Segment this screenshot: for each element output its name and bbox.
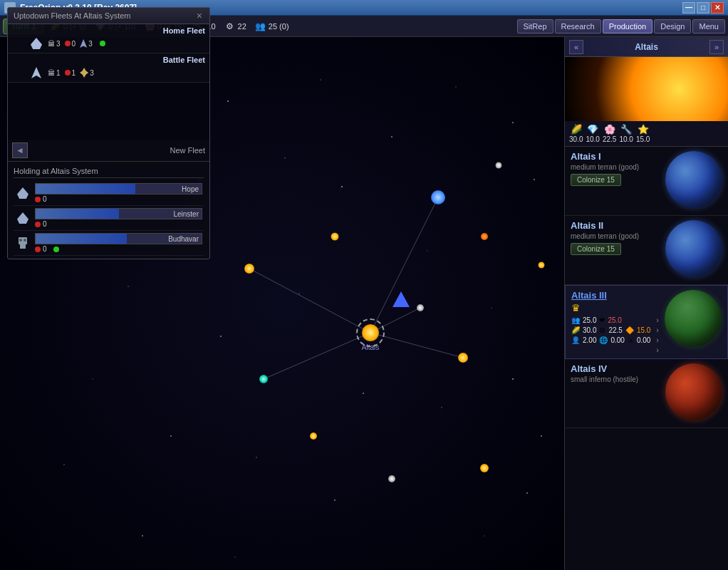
- stat-arrow-3[interactable]: ›: [656, 336, 659, 344]
- svg-point-6: [512, 122, 514, 123]
- battle-fleet-scout-count: 3: [80, 68, 94, 78]
- star-white-2[interactable]: [388, 475, 395, 482]
- stat-arrow-2[interactable]: ›: [656, 326, 659, 334]
- leinster-damage: 0: [43, 220, 47, 228]
- home-scout-num: 3: [88, 40, 93, 48]
- svg-point-12: [128, 286, 129, 287]
- colonize-altais2-button[interactable]: Colonize 15: [571, 243, 621, 255]
- star-white-3[interactable]: [496, 162, 502, 169]
- supply-icon: 🌐: [599, 336, 608, 344]
- svg-point-22: [484, 535, 484, 536]
- planet-altais2-image: [665, 220, 722, 277]
- battle-fleet-damage: 1: [65, 69, 76, 77]
- star-yellow-5[interactable]: [539, 262, 545, 269]
- fleet-arrow: [392, 291, 410, 307]
- design-button[interactable]: Design: [654, 19, 691, 33]
- battle-fleet-ship-icon: [29, 66, 43, 80]
- colonize-altais1-button[interactable]: Colonize 15: [571, 174, 621, 186]
- res-trade: ⭐ 15.0: [636, 124, 650, 143]
- star-blue-1[interactable]: [431, 190, 445, 204]
- svg-point-3: [320, 79, 321, 80]
- star-yellow-2[interactable]: [458, 353, 468, 363]
- star-yellow-1[interactable]: [244, 264, 254, 274]
- hope-red-dot: [35, 197, 41, 202]
- red-dot-home: [65, 41, 71, 46]
- svg-point-15: [363, 393, 364, 394]
- new-fleet-label: New Fleet: [170, 146, 205, 155]
- stat-arrow-1[interactable]: ›: [656, 316, 659, 324]
- trade-stat-icon: 🔶: [625, 326, 634, 334]
- svg-point-10: [341, 186, 343, 187]
- holding-leinster[interactable]: Leinster 0: [14, 206, 204, 231]
- resource-summary: 🌽 30.0 💎 10.0 🌸 22.5 🔧 10.0 ⭐ 15.0: [565, 121, 728, 147]
- leinster-bar-container: Leinster 0: [35, 208, 202, 228]
- res-trade-val: 15.0: [636, 135, 650, 143]
- green-dot-home: [100, 41, 105, 46]
- system-prev-button[interactable]: «: [569, 40, 583, 54]
- new-fleet-row: ◄ New Fleet: [8, 140, 209, 162]
- planet-altais1: Altais I medium terran (good) Colonize 1…: [565, 147, 728, 216]
- colony-icon-small: 🏛: [48, 40, 55, 48]
- menu-button[interactable]: Menu: [692, 19, 725, 33]
- budhavar-bar-container: Budhavar 0: [35, 233, 202, 253]
- holding-section: Holding at Altais System Hope 0: [8, 162, 209, 259]
- trade-icon: ⚙: [224, 21, 236, 32]
- leinster-ship-icon: [15, 210, 31, 226]
- res-research: 🌸 22.5: [603, 124, 616, 143]
- home-fleet-damage: 0: [65, 40, 76, 48]
- home-colony-num: 3: [56, 40, 61, 48]
- star-yellow-6[interactable]: [331, 233, 339, 241]
- battle-fleet-name: Battle Fleet: [163, 56, 205, 64]
- maximize-button[interactable]: □: [697, 2, 709, 14]
- star-yellow-3[interactable]: [480, 464, 489, 472]
- population-icon: 👥: [255, 21, 266, 32]
- svg-point-2: [227, 100, 229, 102]
- svg-point-4: [391, 136, 392, 138]
- holding-budhavar[interactable]: Budhavar 0: [14, 231, 204, 256]
- hope-bar-fill: [36, 184, 135, 194]
- sitrep-button[interactable]: SitRep: [517, 19, 553, 33]
- star-cyan-1[interactable]: [259, 375, 268, 383]
- svg-line-35: [249, 269, 370, 333]
- leinster-red-dot: [35, 222, 41, 227]
- star-orange-1[interactable]: [481, 233, 488, 240]
- svg-point-29: [534, 179, 535, 180]
- hope-damage: 0: [43, 195, 47, 203]
- altais3-food: 30.0: [583, 326, 596, 334]
- close-button[interactable]: ✕: [711, 2, 724, 14]
- holding-hope[interactable]: Hope 0: [14, 181, 204, 206]
- home-fleet-ship-icon: [29, 36, 43, 51]
- pop-icon: 👥: [571, 316, 580, 324]
- production-button[interactable]: Production: [603, 19, 653, 33]
- home-damage-num: 0: [72, 40, 76, 48]
- battle-fleet-item[interactable]: Battle Fleet 🏛 1 1 3: [8, 53, 209, 83]
- battle-fleet-colony-count: 🏛 1: [48, 69, 61, 77]
- troop-icon: [16, 236, 30, 250]
- svg-point-40: [24, 239, 26, 242]
- star-altais[interactable]: [362, 324, 379, 341]
- star-white-1[interactable]: [417, 304, 424, 311]
- altais3-trade: 15.0: [637, 326, 650, 334]
- budhavar-name: Budhavar: [168, 234, 199, 244]
- star-yellow-4[interactable]: [310, 432, 317, 440]
- fleet-panel-header: Uptodown Fleets At Altais System ×: [8, 8, 209, 24]
- health-icon: ❤: [599, 316, 605, 324]
- altais3-pop: 25.0: [583, 316, 596, 324]
- system-next-button[interactable]: »: [709, 40, 724, 54]
- home-fleet-item[interactable]: Home Fleet 🏛 3 0 3: [8, 24, 209, 53]
- svg-point-9: [284, 157, 286, 159]
- home-fleet-scout-count: 3: [80, 39, 93, 48]
- colonists-icon: 👤: [571, 336, 580, 344]
- res-research-icon: 🌸: [604, 124, 615, 135]
- svg-point-23: [526, 492, 528, 494]
- res-industry: 🔧 10.0: [619, 124, 633, 143]
- fleet-panel-close[interactable]: ×: [195, 11, 204, 21]
- stat-arrow-4[interactable]: ›: [656, 346, 659, 354]
- altais3-supply: 0.00: [610, 336, 624, 344]
- research-button[interactable]: Research: [555, 19, 601, 33]
- svg-point-5: [455, 86, 457, 88]
- population-value: 25 (0): [269, 22, 289, 31]
- minimize-button[interactable]: —: [682, 2, 695, 14]
- svg-point-14: [298, 293, 299, 294]
- new-fleet-prev-button[interactable]: ◄: [12, 142, 28, 158]
